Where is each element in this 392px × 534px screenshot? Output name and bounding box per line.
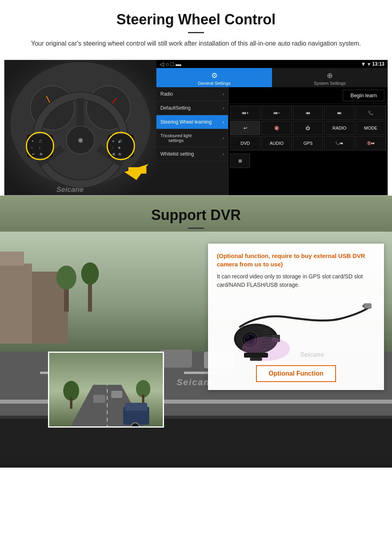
status-bar: ◁ ○ □ ▬ ▼ ▾ 13:13	[156, 60, 388, 68]
dvr-background: Support DVR	[0, 196, 392, 468]
chevron-right-icon5: ›	[223, 152, 224, 156]
svg-rect-72	[244, 353, 268, 358]
dvr-camera-illustration: Seicane	[217, 295, 375, 359]
section1-title: Steering Wheel Control	[8, 11, 384, 28]
general-settings-label: General Settings	[198, 81, 231, 86]
btn-extra[interactable]: ⊞	[230, 154, 250, 168]
svg-text:◉: ◉	[78, 137, 83, 143]
svg-text:◦: ◦	[112, 146, 114, 150]
svg-rect-73	[250, 358, 262, 361]
svg-rect-54	[111, 391, 122, 398]
control-buttons-grid: ⏮+ ⏮− ⏮ ⏭ 📞 ↩ 🔇 ⏻ RADIO MODE DVD AUDIO G…	[228, 104, 388, 152]
general-settings-icon: ⚙	[211, 71, 218, 80]
btn-volume-plus[interactable]: ⏮+	[230, 106, 260, 120]
svg-rect-62	[364, 304, 371, 308]
svg-point-61	[131, 423, 139, 428]
svg-text:⊞: ⊞	[112, 152, 115, 156]
menu-item-steering-wheel[interactable]: Steering Wheel learning ›	[156, 115, 228, 129]
menu-item-default-setting[interactable]: DefaultSetting ›	[156, 101, 228, 115]
steering-wheel-panel: ◉ + − 🎵 ↕ ↩ ⚙ ≡ 🔊 ◦ ⊕ ⊞ ⊟ Seicane	[4, 60, 156, 196]
tab-system-settings[interactable]: ⊕ System Settings	[272, 68, 388, 87]
title-divider	[188, 32, 204, 33]
svg-text:⊕: ⊕	[118, 146, 121, 150]
right-content-panel: Begin learn ⏮+ ⏮− ⏮ ⏭ 📞 ↩ 🔇 ⏻ RADIO MODE…	[228, 87, 388, 195]
btn-mode[interactable]: MODE	[356, 121, 386, 135]
chevron-right-icon2: ›	[223, 106, 224, 110]
section1-subtitle: Your original car's steering wheel contr…	[24, 39, 368, 48]
settings-menu: Radio › DefaultSetting › Steering Wheel …	[156, 87, 228, 195]
dvr-title: Support DVR	[8, 207, 384, 224]
menu-item-whitelist[interactable]: Whitelist setting ›	[156, 147, 228, 161]
btn-volume-minus[interactable]: ⏮−	[261, 106, 292, 120]
svg-text:↕: ↕	[39, 146, 40, 150]
svg-text:+: +	[32, 139, 34, 143]
system-settings-icon: ⊕	[327, 71, 333, 80]
svg-point-39	[81, 262, 99, 285]
section2: Support DVR	[0, 196, 392, 468]
nav-menu: ▬	[176, 61, 181, 67]
chevron-right-icon4: ›	[223, 136, 224, 140]
svg-text:🔊: 🔊	[118, 139, 122, 143]
svg-rect-56	[70, 397, 72, 409]
menu-item-radio[interactable]: Radio ›	[156, 87, 228, 101]
svg-rect-53	[93, 395, 105, 403]
dvr-screenshot-inset	[48, 352, 164, 428]
svg-rect-33	[0, 264, 32, 344]
svg-point-69	[247, 336, 249, 339]
section1-title-area: Steering Wheel Control Your original car…	[0, 0, 392, 60]
btn-call-next[interactable]: 📵⏭	[356, 136, 386, 150]
svg-text:⚙: ⚙	[40, 152, 42, 156]
chevron-right-icon: ›	[223, 92, 224, 96]
nav-back: ◁	[160, 61, 164, 67]
dvr-title-divider	[188, 228, 204, 229]
svg-text:−: −	[31, 146, 33, 150]
svg-text:≡: ≡	[112, 140, 114, 143]
btn-audio[interactable]: AUDIO	[261, 136, 292, 150]
nav-recent: □	[170, 61, 174, 67]
svg-rect-63	[362, 305, 365, 307]
optional-function-button[interactable]: Optional Function	[256, 365, 336, 382]
dvr-optional-text: (Optional function, require to buy exter…	[217, 252, 375, 268]
nav-home: ○	[166, 61, 169, 67]
begin-learn-button[interactable]: Begin learn	[343, 90, 384, 101]
steering-demo: ◉ + − 🎵 ↕ ↩ ⚙ ≡ 🔊 ◦ ⊕ ⊞ ⊟ Seicane	[4, 60, 388, 196]
dvr-info-card: (Optional function, require to buy exter…	[208, 244, 384, 390]
btn-radio[interactable]: RADIO	[324, 121, 354, 135]
svg-point-37	[56, 266, 76, 290]
btn-phone[interactable]: 📞	[356, 106, 386, 120]
android-ui: ◁ ○ □ ▬ ▼ ▾ 13:13 ⚙ General Settings ⊕ S…	[156, 60, 388, 195]
svg-text:↩: ↩	[32, 152, 35, 156]
svg-rect-46	[160, 350, 192, 368]
btn-next-track[interactable]: ⏭	[324, 106, 354, 120]
svg-text:🎵: 🎵	[38, 139, 42, 143]
menu-item-tricoloured[interactable]: Tricoloured lightsettings ›	[156, 129, 228, 147]
menu-content: Radio › DefaultSetting › Steering Wheel …	[156, 87, 388, 195]
btn-gps[interactable]: GPS	[293, 136, 323, 150]
status-time: 13:13	[372, 61, 384, 67]
btn-mute[interactable]: 🔇	[261, 121, 292, 135]
svg-rect-60	[125, 403, 147, 411]
chevron-right-icon3: ›	[223, 120, 224, 124]
svg-rect-30	[128, 167, 146, 174]
btn-call-prev[interactable]: 📞⏮	[324, 136, 354, 150]
begin-learn-row: Begin learn	[228, 87, 388, 104]
btn-power[interactable]: ⏻	[293, 121, 323, 135]
tab-general-settings[interactable]: ⚙ General Settings	[156, 68, 272, 87]
system-settings-label: System Settings	[314, 81, 346, 86]
dvr-title-area: Support DVR	[0, 196, 392, 233]
svg-rect-35	[0, 252, 24, 266]
dvr-description: It can record video only to storage in G…	[217, 272, 375, 289]
wifi-icon: ▾	[368, 61, 370, 67]
settings-tabs: ⚙ General Settings ⊕ System Settings	[156, 68, 388, 87]
svg-text:Seicane: Seicane	[300, 351, 324, 358]
btn-dvd[interactable]: DVD	[230, 136, 260, 150]
signal-icon: ▼	[360, 61, 366, 67]
btn-prev-track[interactable]: ⏮	[293, 106, 323, 120]
svg-text:⊟: ⊟	[118, 152, 121, 156]
svg-text:Seicane: Seicane	[56, 186, 84, 194]
btn-hang-up[interactable]: ↩	[230, 121, 260, 135]
extra-buttons-row: ⊞	[228, 152, 388, 170]
